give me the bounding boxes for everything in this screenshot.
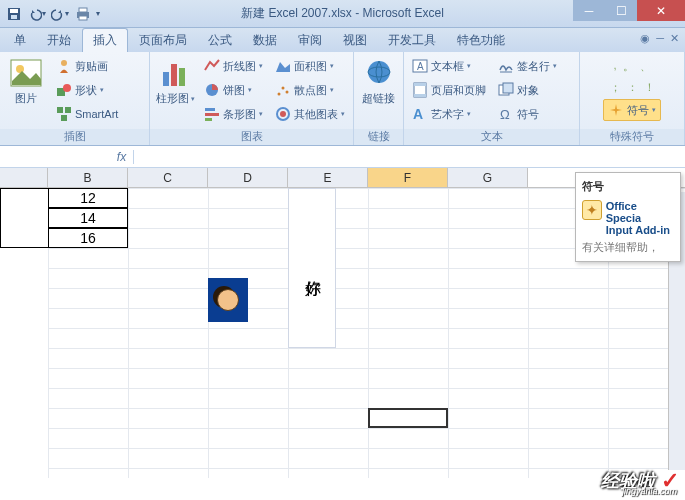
qat-dropdown[interactable]: ▾ [96, 9, 100, 18]
bar-chart-button[interactable]: 条形图▾ [200, 103, 267, 125]
svg-rect-19 [205, 113, 219, 116]
shapes-icon [56, 82, 72, 98]
active-cell[interactable] [368, 408, 448, 428]
cell-b1[interactable]: 12 [48, 188, 128, 208]
svg-point-23 [286, 91, 289, 94]
svg-rect-12 [65, 107, 71, 113]
hyperlink-button[interactable]: 超链接 [358, 55, 399, 106]
undo-button[interactable]: ▾ [27, 4, 47, 24]
col-header-d[interactable]: D [208, 168, 288, 187]
maximize-button[interactable]: ☐ [605, 0, 637, 21]
clipart-icon [56, 58, 72, 74]
watermark: 经验啦 ✓ jingyanla.com [601, 468, 679, 494]
cell-b3[interactable]: 16 [48, 228, 128, 248]
svg-point-8 [61, 60, 67, 66]
minimize-button[interactable]: ─ [573, 0, 605, 21]
watermark-sub: jingyanla.com [622, 486, 677, 496]
signature-icon [498, 58, 514, 74]
save-button[interactable] [4, 4, 24, 24]
svg-rect-5 [79, 16, 87, 20]
tab-insert[interactable]: 插入 [82, 28, 128, 52]
fx-icon[interactable]: fx [110, 150, 134, 164]
col-header-c[interactable]: C [128, 168, 208, 187]
row-header-border [0, 188, 48, 248]
cartoon-face-icon [217, 289, 239, 311]
pie-chart-icon [204, 82, 220, 98]
col-header-f[interactable]: F [368, 168, 448, 187]
tab-home[interactable]: 开始 [37, 29, 81, 52]
select-all-corner[interactable] [0, 168, 48, 187]
column-chart-button[interactable]: 柱形图▾ [154, 55, 196, 106]
wordart-icon: A [412, 106, 428, 122]
svg-point-22 [282, 87, 285, 90]
group-charts: 柱形图▾ 折线图▾ 饼图▾ 条形图▾ 面积图▾ 散点图▾ 其他图表▾ 图表 [150, 52, 354, 145]
scatter-chart-icon [275, 82, 291, 98]
tab-review[interactable]: 审阅 [288, 29, 332, 52]
svg-text:A: A [413, 106, 423, 122]
svg-rect-2 [11, 15, 17, 19]
svg-point-25 [280, 111, 286, 117]
other-chart-button[interactable]: 其他图表▾ [271, 103, 349, 125]
object-button[interactable]: 对象 [494, 79, 561, 101]
symbol-button[interactable]: Ω符号 [494, 103, 561, 125]
shapes-button[interactable]: 形状▾ [52, 79, 122, 101]
print-button[interactable] [73, 4, 93, 24]
tab-view[interactable]: 视图 [333, 29, 377, 52]
smartart-icon [56, 106, 72, 122]
svg-point-26 [368, 61, 390, 83]
titlebar: ▾ ▾ ▾ 新建 Excel 2007.xlsx - Microsoft Exc… [0, 0, 685, 28]
svg-rect-4 [79, 8, 87, 12]
tooltip-help-text: 有关详细帮助， [582, 240, 674, 255]
svg-rect-16 [179, 68, 185, 86]
svg-rect-11 [57, 107, 63, 113]
window-title: 新建 Excel 2007.xlsx - Microsoft Excel [241, 5, 444, 22]
col-header-b[interactable]: B [48, 168, 128, 187]
redo-button[interactable]: ▾ [50, 4, 70, 24]
object-icon [498, 82, 514, 98]
close-button[interactable]: ✕ [637, 0, 685, 21]
group-label-links: 链接 [354, 129, 403, 145]
help-icon[interactable]: ◉ [640, 32, 650, 45]
col-header-e[interactable]: E [288, 168, 368, 187]
svg-rect-14 [163, 72, 169, 86]
group-label-text: 文本 [404, 129, 579, 145]
signatureline-button[interactable]: 签名行▾ [494, 55, 561, 77]
special-symbol-button[interactable]: 符号▾ [603, 99, 661, 121]
tab-devtools[interactable]: 开发工具 [378, 29, 446, 52]
pie-chart-button[interactable]: 饼图▾ [200, 79, 267, 101]
window-controls: ─ ☐ ✕ [573, 0, 685, 21]
line-chart-button[interactable]: 折线图▾ [200, 55, 267, 77]
tooltip: 符号 ✦ Office Specia Input Add-in 有关详细帮助， [575, 172, 681, 262]
svg-text:A: A [417, 61, 424, 72]
svg-rect-15 [171, 64, 177, 86]
doc-close[interactable]: ✕ [670, 32, 679, 45]
tab-dan[interactable]: 单 [4, 29, 36, 52]
wordart-button[interactable]: A艺术字▾ [408, 103, 490, 125]
ribbon-minimize[interactable]: ─ [656, 32, 664, 45]
picture-button[interactable]: 图片 [4, 55, 48, 106]
tab-special[interactable]: 特色功能 [447, 29, 515, 52]
group-text: A文本框▾ 页眉和页脚 A艺术字▾ 签名行▾ 对象 Ω符号 文本 [404, 52, 580, 145]
embedded-picture[interactable] [208, 278, 248, 322]
line-chart-icon [204, 58, 220, 74]
hyperlink-icon [363, 57, 395, 89]
vertical-textbox[interactable]: 你好 [288, 188, 336, 348]
svg-rect-1 [10, 9, 18, 13]
area-chart-button[interactable]: 面积图▾ [271, 55, 349, 77]
area-chart-icon [275, 58, 291, 74]
scatter-chart-button[interactable]: 散点图▾ [271, 79, 349, 101]
group-illustrations: 图片 剪贴画 形状▾ SmartArt 插图 [0, 52, 150, 145]
tab-data[interactable]: 数据 [243, 29, 287, 52]
column-chart-icon [159, 57, 191, 89]
svg-rect-32 [414, 94, 426, 97]
col-header-g[interactable]: G [448, 168, 528, 187]
symbol-row-1: ,。、 [607, 55, 656, 74]
cell-b2[interactable]: 14 [48, 208, 128, 228]
textbox-button[interactable]: A文本框▾ [408, 55, 490, 77]
bar-chart-icon [204, 106, 220, 122]
tab-pagelayout[interactable]: 页面布局 [129, 29, 197, 52]
tab-formulas[interactable]: 公式 [198, 29, 242, 52]
headerfooter-button[interactable]: 页眉和页脚 [408, 79, 490, 101]
smartart-button[interactable]: SmartArt [52, 103, 122, 125]
clipart-button[interactable]: 剪贴画 [52, 55, 122, 77]
